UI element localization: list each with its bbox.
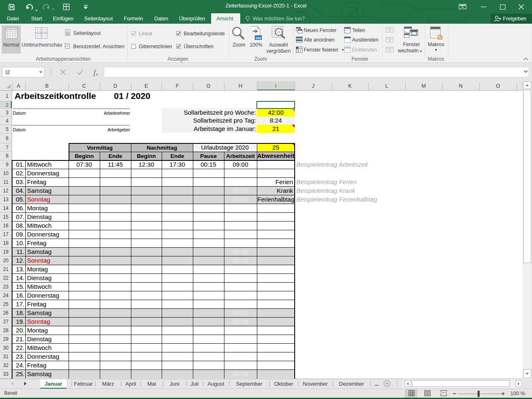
svg-text:20: 20 — [3, 258, 9, 264]
svg-text:Montag: Montag — [27, 266, 48, 273]
svg-text:E: E — [145, 83, 148, 89]
svg-text:Samstag: Samstag — [27, 370, 52, 377]
svg-text:11.: 11. — [16, 248, 25, 255]
svg-text:22: 22 — [3, 275, 9, 281]
svg-text:00:00: 00:00 — [233, 370, 249, 377]
svg-text:42:00: 42:00 — [268, 109, 284, 116]
svg-text:Datum: Datum — [13, 127, 26, 132]
svg-text:Vormittag: Vormittag — [87, 145, 113, 151]
svg-text:00:00: 00:00 — [233, 309, 249, 316]
svg-text:Samstag: Samstag — [27, 309, 52, 316]
svg-text:N: N — [459, 83, 463, 89]
svg-text:Beispieleintrag Arbeitszeit: Beispieleintrag Arbeitszeit — [296, 161, 368, 168]
svg-text:09.: 09. — [16, 231, 25, 238]
svg-text:Mittwoch: Mittwoch — [27, 283, 52, 290]
svg-text:Beginn: Beginn — [75, 153, 94, 159]
svg-text:28: 28 — [3, 328, 9, 333]
svg-text:08.: 08. — [16, 222, 25, 229]
svg-text:H: H — [239, 83, 242, 89]
svg-text:Beispieleintrag Ferienhalbtag: Beispieleintrag Ferienhalbtag — [296, 196, 377, 203]
svg-text:15.: 15. — [16, 283, 25, 290]
svg-text:07:30: 07:30 — [76, 161, 92, 168]
svg-text:Freitag: Freitag — [27, 239, 47, 246]
svg-text:Ferienhalbtag: Ferienhalbtag — [257, 196, 294, 203]
svg-text:20.: 20. — [16, 327, 25, 334]
svg-text:Pause: Pause — [200, 153, 217, 159]
svg-text:B: B — [45, 83, 49, 89]
svg-text:19: 19 — [3, 249, 9, 255]
svg-text:13.: 13. — [16, 266, 25, 273]
svg-text:4: 4 — [6, 118, 9, 124]
svg-text:30: 30 — [3, 345, 9, 351]
svg-text:23: 23 — [3, 284, 9, 290]
svg-text:21.: 21. — [16, 335, 25, 342]
svg-text:17: 17 — [3, 232, 9, 237]
svg-text:21: 21 — [3, 266, 9, 272]
svg-text:Donnerstag: Donnerstag — [27, 231, 59, 238]
svg-text:31: 31 — [3, 354, 9, 360]
svg-text:12: 12 — [3, 188, 9, 194]
svg-text:M: M — [421, 83, 426, 89]
svg-text:Ferien: Ferien — [275, 178, 293, 185]
svg-text:07.: 07. — [16, 213, 25, 220]
svg-text:A: A — [17, 83, 21, 89]
svg-text:Montag: Montag — [27, 204, 48, 212]
svg-text:16.: 16. — [16, 292, 25, 299]
svg-text:16: 16 — [3, 223, 9, 229]
svg-text:F: F — [176, 83, 179, 89]
svg-text:Beginn: Beginn — [137, 153, 156, 159]
svg-text:Donnerstag: Donnerstag — [27, 170, 59, 177]
svg-text:01.: 01. — [16, 161, 25, 168]
svg-text:Nachmittag: Nachmittag — [147, 145, 177, 151]
svg-text:Datum: Datum — [13, 111, 26, 116]
svg-text:33: 33 — [3, 371, 9, 377]
svg-text:Mittwoch: Mittwoch — [27, 161, 52, 168]
svg-text:26: 26 — [3, 310, 9, 316]
svg-text:J: J — [312, 83, 314, 89]
svg-text:21: 21 — [272, 125, 279, 132]
svg-text:2: 2 — [6, 102, 9, 108]
svg-text:18.: 18. — [16, 309, 25, 316]
svg-text:00:00: 00:00 — [233, 318, 249, 325]
svg-text:Samstag: Samstag — [27, 187, 52, 194]
svg-text:Dienstag: Dienstag — [27, 274, 52, 281]
svg-text:Arbeitstage im Januar:: Arbeitstage im Januar: — [194, 125, 256, 132]
svg-text:Sonntag: Sonntag — [27, 318, 50, 325]
svg-text:Donnerstag: Donnerstag — [27, 353, 59, 360]
svg-text:00:00: 00:00 — [233, 187, 249, 194]
svg-text:Mittwoch: Mittwoch — [27, 344, 52, 351]
svg-text:Arbeitgeber: Arbeitgeber — [108, 127, 131, 132]
svg-text:Abwesenheit: Abwesenheit — [257, 153, 295, 159]
svg-text:Urlaubstage 2020: Urlaubstage 2020 — [201, 144, 249, 151]
svg-text:22.: 22. — [16, 344, 25, 351]
svg-text:Ende: Ende — [170, 153, 184, 159]
svg-text:L: L — [385, 83, 388, 89]
svg-text:Freitag: Freitag — [27, 178, 47, 185]
svg-text:100: 100 — [256, 36, 261, 40]
svg-text:I: I — [275, 83, 276, 89]
svg-text:Sollarbeitszeit pro Woche:: Sollarbeitszeit pro Woche: — [184, 109, 256, 116]
svg-text:Arbeitszeit: Arbeitszeit — [226, 153, 255, 159]
svg-text:24.: 24. — [16, 362, 25, 369]
svg-text:Dienstag: Dienstag — [27, 213, 52, 220]
svg-text:Arbeitnehmer: Arbeitnehmer — [104, 111, 131, 116]
svg-text:32: 32 — [3, 362, 9, 368]
svg-text:Krank: Krank — [277, 187, 293, 194]
svg-text:14.: 14. — [16, 274, 25, 281]
svg-text:Beispieleintrag Krank: Beispieleintrag Krank — [296, 187, 356, 194]
svg-text:00:15: 00:15 — [201, 161, 217, 168]
svg-text:Donnerstag: Donnerstag — [27, 292, 59, 299]
svg-text:17:30: 17:30 — [170, 161, 185, 168]
svg-text:Mittwoch: Mittwoch — [27, 222, 52, 229]
svg-text:12.: 12. — [16, 257, 25, 264]
svg-text:19.: 19. — [16, 318, 25, 325]
svg-text:Freitag: Freitag — [27, 300, 47, 308]
svg-text:09:00: 09:00 — [233, 161, 249, 168]
svg-text:7: 7 — [6, 145, 9, 150]
svg-text:24: 24 — [3, 293, 9, 298]
svg-text:8:24: 8:24 — [270, 117, 282, 124]
svg-text:27: 27 — [3, 319, 9, 325]
svg-text:00:00: 00:00 — [233, 248, 249, 255]
svg-text:Montag: Montag — [27, 327, 48, 334]
svg-text:04.: 04. — [16, 187, 25, 194]
